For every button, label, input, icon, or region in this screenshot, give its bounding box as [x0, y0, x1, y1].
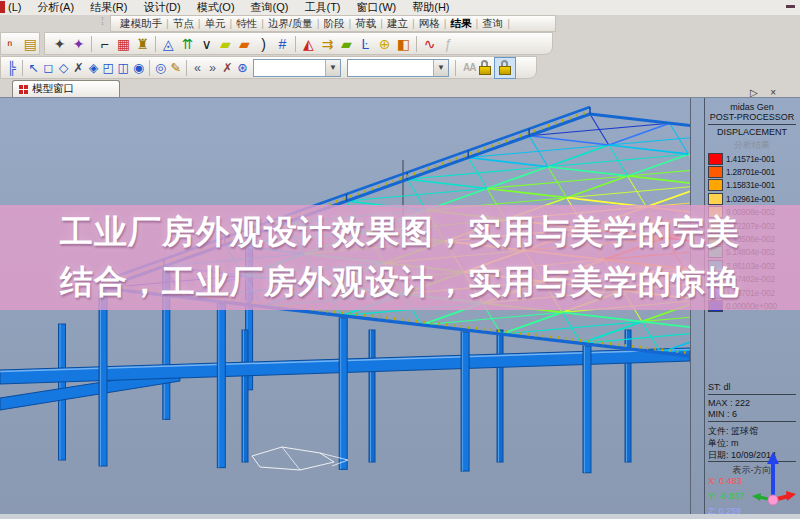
frame-view-icon[interactable]: ▦ [114, 34, 133, 54]
menu-item-2[interactable]: 结果(R) [82, 0, 135, 15]
ribbon-tab-7[interactable]: 建立 [384, 16, 411, 31]
legend-row: 1.28701e-001 [708, 165, 777, 178]
selection-icons: ╠↖◻◇✗◈◰◫◉◎✎«»✗⊛ [4, 58, 250, 78]
plate-force-icon[interactable]: ▰ [337, 34, 356, 54]
toolbar-separator [155, 36, 156, 52]
select-plane-icon[interactable]: ◈ [86, 58, 101, 78]
menubar: (L)分析(A)结果(R)设计(D)模式(O)查询(Q)工具(T)窗口(W)帮助… [0, 0, 800, 15]
element-toggle-icon[interactable]: ▤ [22, 34, 40, 54]
legend-value: 1.28701e-001 [726, 167, 775, 177]
render-view-icon[interactable]: ♜ [133, 34, 152, 54]
ribbon-tab-strip: 建模助手|节点|单元|特性|边界/质量|阶段|荷载|建立|网格|结果|查询| [110, 15, 556, 32]
select-window-icon[interactable]: ◻ [41, 58, 56, 78]
toolbar-separator [455, 60, 456, 76]
chevron-down-icon[interactable]: ▼ [325, 60, 340, 76]
beam-diagram-icon[interactable]: ) [254, 34, 273, 54]
window-bottom-edge [0, 514, 800, 519]
ribbon-separator: | [506, 17, 511, 29]
menu-item-4[interactable]: 模式(O) [189, 0, 243, 15]
menu-item-3[interactable]: 设计(D) [135, 0, 188, 15]
menu-item-7[interactable]: 窗口(W) [349, 0, 405, 15]
preprocess-mode-icon[interactable]: ✦ [50, 34, 69, 54]
reaction-moment-icon[interactable]: ⇈ [178, 34, 197, 54]
legend-value: 1.15831e-001 [726, 180, 775, 190]
toolbar-separator [186, 60, 187, 76]
legend-swatch [708, 193, 723, 205]
divider [708, 421, 796, 422]
ribbon-tab-6[interactable]: 荷载 [352, 16, 379, 31]
toolbar-separator [295, 36, 296, 52]
min-label: MIN : 6 [708, 409, 796, 419]
group-selection-combo[interactable]: ▼ [347, 59, 449, 77]
select-circle-icon[interactable]: ◎ [153, 58, 168, 78]
node-toggle-icon[interactable]: ⁿ [1, 34, 19, 54]
chevron-down-icon[interactable]: ▼ [433, 60, 448, 76]
postprocess-mode-icon[interactable]: ✦ [69, 34, 88, 54]
named-selection-combo[interactable]: ▼ [253, 59, 341, 77]
autofit-text-icon[interactable]: AA [463, 62, 475, 73]
app-name: midas Gen [708, 102, 796, 112]
lock-toggle-active[interactable] [494, 57, 516, 79]
stress-contour-icon[interactable]: ▰ [235, 34, 254, 54]
ribbon-tab-2[interactable]: 单元 [201, 16, 228, 31]
headline-line2: 结合，工业厂房外观设计，实用与美学的惊艳 [0, 257, 800, 307]
ribbon-tab-9[interactable]: 结果 [448, 16, 475, 31]
works-tree-icon[interactable]: ╠ [4, 58, 19, 78]
application-chrome: (L)分析(A)结果(R)设计(D)模式(O)查询(Q)工具(T)窗口(W)帮助… [0, 0, 800, 97]
reaction-icon[interactable]: ⌐ [95, 34, 114, 54]
ribbon-tab-3[interactable]: 特性 [233, 16, 260, 31]
select-next-icon[interactable]: » [205, 58, 220, 78]
select-polygon-icon[interactable]: ◇ [56, 58, 71, 78]
toolbar-results: ✦✦⌐▦♜◬⇈∨▰▰)#◭⇉▰Ŀ⊕◧∿ƒ [44, 32, 553, 55]
menu-item-1[interactable]: 分析(A) [29, 0, 82, 15]
axis-triad-icon [743, 450, 797, 512]
menu-item-6[interactable]: 工具(T) [296, 0, 348, 15]
select-arrow-icon[interactable]: ↖ [26, 58, 41, 78]
select-group-icon[interactable]: ◫ [116, 58, 131, 78]
ribbon-tab-1[interactable]: 节点 [170, 16, 197, 31]
lattice-result-icon[interactable]: # [273, 34, 292, 54]
legend-subtitle: 分析结果 [708, 139, 796, 152]
menu-item-5[interactable]: 查询(Q) [243, 0, 297, 15]
document-tab-bar [0, 80, 800, 97]
legend-swatch [708, 153, 723, 165]
select-volume-icon[interactable]: ◰ [101, 58, 116, 78]
legend-row: 1.02961e-001 [708, 192, 777, 205]
toolbar-separator [416, 36, 417, 52]
select-freehand-icon[interactable]: ✎ [168, 58, 183, 78]
divider [708, 394, 796, 395]
menu-item-8[interactable]: 帮助(H) [404, 0, 457, 15]
divider [708, 124, 796, 125]
element-axis-icon[interactable]: Ŀ [356, 34, 375, 54]
tab-model-window[interactable]: 模型窗口 [12, 80, 120, 97]
deselect-all-icon[interactable]: ✗ [220, 58, 235, 78]
node-result-icon[interactable]: ⊕ [375, 34, 394, 54]
graph-result-icon[interactable]: ∿ [420, 34, 439, 54]
toolbar-selection: ╠↖◻◇✗◈◰◫◉◎✎«»✗⊛ ▼ ▼ AA [0, 56, 537, 79]
legend-row: 1.15831e-001 [708, 179, 777, 192]
text-result-icon[interactable]: ƒ [439, 34, 458, 54]
unlock-icon[interactable] [479, 60, 491, 75]
ribbon-tab-10[interactable]: 查询 [479, 16, 506, 31]
model-tab-label: 模型窗口 [32, 82, 74, 96]
support-reaction-icon[interactable]: ◬ [159, 34, 178, 54]
load-case-label: ST: dl [708, 382, 796, 392]
select-all-icon[interactable]: ⊛ [235, 58, 250, 78]
beam-force-icon[interactable]: ⇉ [318, 34, 337, 54]
displacement-contour-icon[interactable]: ▰ [216, 34, 235, 54]
ribbon-tab-4[interactable]: 边界/质量 [265, 16, 316, 31]
minimize-button[interactable] [786, 5, 795, 8]
deformed-shape-icon[interactable]: ∨ [197, 34, 216, 54]
mode-label: POST-PROCESSOR [708, 112, 796, 122]
ribbon-tab-0[interactable]: 建模助手 [117, 16, 165, 31]
select-previous-icon[interactable]: « [190, 58, 205, 78]
select-intersect-icon[interactable]: ✗ [71, 58, 86, 78]
ribbon-tab-8[interactable]: 网格 [416, 16, 443, 31]
toolbar-grip[interactable]: ⁞ [101, 16, 104, 27]
lock-icon [499, 60, 511, 75]
ribbon-tab-5[interactable]: 阶段 [321, 16, 348, 31]
solid-result-icon[interactable]: ◧ [394, 34, 413, 54]
select-identity-icon[interactable]: ◉ [131, 58, 146, 78]
truss-force-icon[interactable]: ◭ [299, 34, 318, 54]
result-type: DISPLACEMENT [708, 127, 796, 137]
